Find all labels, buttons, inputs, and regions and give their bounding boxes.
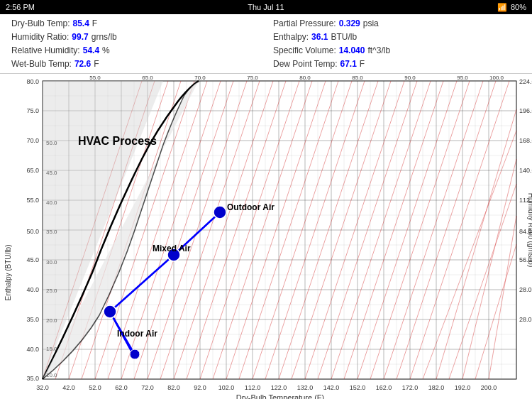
svg-text:Outdoor Air: Outdoor Air — [227, 202, 275, 212]
svg-text:15.0: 15.0 — [46, 346, 57, 352]
humidity-ratio-row: Humidity Ratio: 99.7 grns/lb — [11, 31, 259, 43]
dry-bulb-unit: F — [92, 17, 97, 30]
svg-text:182.0: 182.0 — [428, 384, 445, 391]
svg-point-154 — [214, 206, 226, 219]
svg-text:28.0: 28.0 — [519, 316, 532, 323]
svg-text:45.0: 45.0 — [26, 256, 39, 263]
svg-text:196.0: 196.0 — [519, 107, 532, 114]
svg-text:200.0: 200.0 — [481, 384, 497, 391]
info-panel: Dry-Bulb Temp: 85.4 F Partial Pressure: … — [0, 14, 532, 74]
svg-text:70.0: 70.0 — [194, 75, 206, 81]
svg-text:Humidity Ratio (grns/lb): Humidity Ratio (grns/lb) — [527, 193, 532, 267]
svg-text:192.0: 192.0 — [455, 384, 471, 391]
svg-text:35.0: 35.0 — [26, 375, 39, 382]
dry-bulb-label: Dry-Bulb Temp: — [11, 17, 70, 30]
svg-text:75.0: 75.0 — [247, 75, 258, 81]
svg-text:65.0: 65.0 — [26, 167, 39, 174]
status-time: 2:56 PM — [6, 3, 35, 11]
enthalpy-label: Enthalpy: — [273, 31, 309, 43]
svg-text:10.0: 10.0 — [46, 372, 57, 378]
relative-humidity-row: Relative Humidity: 54.4 % — [11, 44, 259, 57]
svg-text:50.0: 50.0 — [26, 228, 39, 235]
partial-pressure-unit: psia — [363, 17, 379, 30]
dry-bulb-value: 85.4 — [72, 17, 89, 30]
svg-text:102.0: 102.0 — [218, 384, 235, 391]
svg-text:70.0: 70.0 — [26, 137, 39, 144]
svg-text:112.0: 112.0 — [245, 384, 261, 391]
status-bar: 2:56 PM Thu Jul 11 📶 80% — [0, 0, 532, 14]
svg-text:55.0: 55.0 — [26, 197, 39, 204]
wet-bulb-label: Wet-Bulb Temp: — [11, 58, 72, 70]
partial-pressure-row: Partial Pressure: 0.329 psia — [273, 17, 521, 30]
humidity-ratio-label: Humidity Ratio: — [11, 31, 69, 43]
relative-humidity-unit: % — [102, 44, 110, 57]
wet-bulb-value: 72.6 — [74, 58, 91, 70]
dry-bulb-row: Dry-Bulb Temp: 85.4 F — [11, 17, 259, 30]
svg-text:172.0: 172.0 — [402, 384, 419, 391]
svg-text:140.0: 140.0 — [519, 167, 532, 174]
specific-volume-value: 14.040 — [339, 44, 365, 57]
svg-text:90.0: 90.0 — [404, 75, 416, 81]
svg-text:40.0: 40.0 — [26, 286, 39, 293]
svg-text:80.0: 80.0 — [299, 75, 311, 81]
battery-level: 80% — [511, 3, 526, 11]
specific-volume-row: Specific Volume: 14.040 ft^3/lb — [273, 44, 521, 57]
psychrometric-chart[interactable]: 32.0 42.0 52.0 62.0 72.0 82.0 92.0 102.0… — [0, 74, 532, 399]
svg-text:25.0: 25.0 — [46, 288, 57, 294]
svg-text:80.0: 80.0 — [26, 78, 39, 85]
status-day: Thu Jul 11 — [248, 3, 284, 11]
wifi-icon: 📶 — [497, 3, 507, 12]
enthalpy-row: Enthalpy: 36.1 BTU/lb — [273, 31, 521, 43]
wet-bulb-unit: F — [94, 58, 99, 70]
svg-text:28.0: 28.0 — [519, 286, 532, 293]
enthalpy-value: 36.1 — [311, 31, 328, 43]
svg-text:50.0: 50.0 — [46, 140, 57, 146]
svg-text:75.0: 75.0 — [26, 107, 39, 114]
dew-point-row: Dew Point Temp: 67.1 F — [273, 58, 521, 70]
svg-text:35.0: 35.0 — [26, 316, 39, 323]
svg-text:95.0: 95.0 — [457, 75, 468, 81]
svg-text:142.0: 142.0 — [323, 384, 340, 391]
svg-text:20.0: 20.0 — [46, 317, 57, 324]
svg-text:62.0: 62.0 — [115, 384, 128, 391]
svg-text:72.0: 72.0 — [141, 384, 154, 391]
specific-volume-unit: ft^3/lb — [367, 44, 390, 57]
svg-text:Enthalpy (BTU/lb): Enthalpy (BTU/lb) — [4, 245, 12, 301]
svg-text:85.0: 85.0 — [352, 75, 363, 81]
svg-text:42.0: 42.0 — [62, 384, 75, 391]
partial-pressure-value: 0.329 — [339, 17, 360, 30]
svg-text:45.0: 45.0 — [46, 170, 57, 176]
dew-point-value: 67.1 — [340, 58, 357, 70]
svg-text:40.0: 40.0 — [26, 346, 39, 353]
enthalpy-unit: BTU/lb — [331, 31, 357, 43]
svg-text:224.0: 224.0 — [519, 78, 532, 85]
partial-pressure-label: Partial Pressure: — [273, 17, 336, 30]
dew-point-unit: F — [360, 58, 365, 70]
svg-text:65.0: 65.0 — [142, 75, 153, 81]
svg-text:162.0: 162.0 — [376, 384, 392, 391]
specific-volume-label: Specific Volume: — [273, 44, 336, 57]
svg-text:100.0: 100.0 — [489, 75, 504, 81]
svg-text:52.0: 52.0 — [89, 384, 101, 391]
svg-text:32.0: 32.0 — [36, 384, 49, 391]
dew-point-label: Dew Point Temp: — [273, 58, 338, 70]
svg-text:Dry-Bulb Temperature (F): Dry-Bulb Temperature (F) — [236, 393, 325, 399]
relative-humidity-label: Relative Humidity: — [11, 44, 80, 57]
svg-text:132.0: 132.0 — [297, 384, 314, 391]
svg-text:92.0: 92.0 — [194, 384, 206, 391]
wet-bulb-row: Wet-Bulb Temp: 72.6 F — [11, 58, 259, 70]
chart-svg: 32.0 42.0 52.0 62.0 72.0 82.0 92.0 102.0… — [0, 74, 532, 399]
svg-text:168.0: 168.0 — [519, 137, 532, 144]
relative-humidity-value: 54.4 — [83, 44, 99, 57]
svg-text:35.0: 35.0 — [46, 229, 57, 235]
svg-text:40.0: 40.0 — [46, 200, 57, 206]
svg-text:30.0: 30.0 — [46, 259, 57, 266]
svg-point-156 — [104, 305, 116, 318]
svg-text:Mixed Air: Mixed Air — [153, 244, 191, 253]
svg-text:Indoor Air: Indoor Air — [117, 329, 157, 339]
svg-text:122.0: 122.0 — [271, 384, 287, 391]
svg-text:82.0: 82.0 — [167, 384, 180, 391]
svg-text:HVAC Process: HVAC Process — [78, 135, 157, 147]
svg-text:152.0: 152.0 — [350, 384, 366, 391]
humidity-ratio-value: 99.7 — [72, 31, 88, 43]
